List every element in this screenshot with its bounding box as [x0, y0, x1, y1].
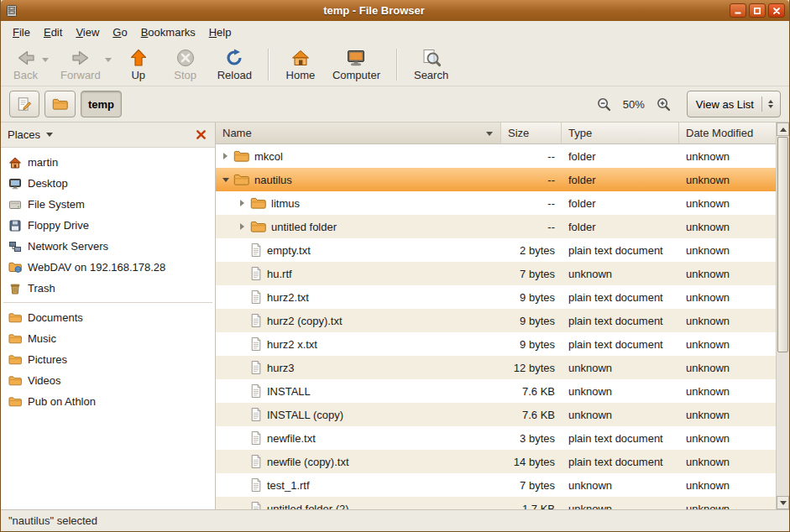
toolbar-button-label: Up	[131, 69, 145, 81]
root-path-button[interactable]	[44, 91, 76, 117]
place-item-martin[interactable]: martin	[1, 152, 215, 173]
scroll-up-button[interactable]	[777, 123, 789, 136]
file-row-mkcol[interactable]: mkcol--folderunknown	[216, 144, 776, 168]
toolbar-button-label: Stop	[174, 69, 196, 81]
place-item-videos[interactable]: Videos	[1, 370, 215, 391]
menu-item-go[interactable]: Go	[106, 23, 133, 42]
column-header-date-modified[interactable]: Date Modified	[679, 123, 776, 143]
menu-item-file[interactable]: File	[6, 23, 37, 42]
type-cell: unknown	[562, 356, 679, 379]
place-item-desktop[interactable]: Desktop	[1, 173, 215, 194]
size-cell: --	[501, 191, 562, 215]
file-row-hurz2-copy-txt[interactable]: hurz2 (copy).txt9 bytesplain text docume…	[216, 309, 776, 332]
file-row-empty-txt[interactable]: empty.txt2 bytesplain text documentunkno…	[216, 238, 776, 262]
path-button-temp[interactable]: temp	[81, 91, 122, 117]
menu-item-view[interactable]: View	[69, 23, 106, 42]
file-row-hurz2-x-txt[interactable]: hurz2 x.txt9 bytesplain text documentunk…	[216, 332, 776, 356]
folder-icon	[8, 395, 22, 409]
computer-button[interactable]: Computer	[325, 45, 388, 84]
file-row-untitled-folder-2[interactable]: untitled folder (2)1.7 KBunknownunknown	[216, 497, 776, 509]
place-item-file-system[interactable]: File System	[1, 194, 215, 215]
folder-icon	[52, 98, 68, 111]
expander-collapsed-icon[interactable]	[236, 223, 249, 230]
chevron-down-icon	[46, 133, 53, 137]
file-rows: mkcol--folderunknownnautilus--folderunkn…	[216, 144, 776, 509]
close-button[interactable]	[768, 3, 785, 18]
place-item-trash[interactable]: Trash	[1, 278, 215, 299]
place-item-label: Videos	[28, 374, 61, 387]
file-row-nautilus[interactable]: nautilus--folderunknown	[216, 168, 776, 191]
file-name: mkcol	[254, 150, 283, 163]
menu-item-edit[interactable]: Edit	[37, 23, 69, 42]
home-button[interactable]: Home	[278, 45, 323, 84]
scroll-down-button[interactable]	[777, 496, 789, 509]
chevron-down-icon[interactable]	[42, 58, 49, 62]
close-sidebar-button[interactable]	[194, 128, 208, 142]
place-item-label: Network Servers	[28, 240, 108, 253]
vertical-scrollbar[interactable]	[776, 123, 789, 509]
place-item-pictures[interactable]: Pictures	[1, 349, 215, 370]
chevron-down-icon[interactable]	[105, 58, 112, 62]
file-row-litmus[interactable]: litmus--folderunknown	[216, 191, 776, 215]
date-modified-cell: unknown	[679, 262, 776, 285]
place-item-label: Desktop	[28, 177, 68, 190]
zoom-in-button[interactable]	[654, 95, 673, 114]
place-item-documents[interactable]: Documents	[1, 307, 215, 328]
file-row-newfile-copy-txt[interactable]: newfile (copy).txt14 bytesplain text doc…	[216, 450, 776, 473]
file-row-test-1-rtf[interactable]: test_1.rtf7 bytesunknownunknown	[216, 473, 776, 497]
forward-arrow-icon	[71, 48, 91, 68]
zoom-out-button[interactable]	[594, 95, 614, 114]
titlebar[interactable]: temp - File Browser	[1, 0, 789, 21]
expander-expanded-icon[interactable]	[219, 178, 232, 182]
file-row-install[interactable]: INSTALL7.6 KBunknownunknown	[216, 379, 776, 403]
place-item-label: Music	[28, 332, 56, 345]
place-item-music[interactable]: Music	[1, 328, 215, 349]
search-button[interactable]: Search	[406, 45, 456, 84]
path-button-label: temp	[88, 98, 114, 111]
toolbar-button-label: Back	[13, 69, 38, 81]
column-header-type[interactable]: Type	[562, 123, 679, 143]
place-item-network-servers[interactable]: Network Servers	[1, 236, 215, 257]
place-item-pub-on-athlon[interactable]: Pub on Athlon	[1, 391, 215, 412]
date-modified-cell: unknown	[679, 309, 776, 332]
place-item-webdav-on-192-168-178-28[interactable]: WebDAV on 192.168.178.28	[1, 257, 215, 278]
scrollbar-thumb[interactable]	[777, 137, 788, 352]
edit-location-button[interactable]	[9, 91, 39, 117]
toolbar-separator	[396, 49, 398, 81]
file-name: untitled folder	[271, 221, 337, 233]
type-cell: plain text document	[562, 450, 679, 473]
file-name: INSTALL	[267, 385, 311, 398]
file-row-newfile-txt[interactable]: newfile.txt3 bytesplain text documentunk…	[216, 426, 776, 450]
size-cell: 9 bytes	[501, 332, 562, 356]
menu-item-help[interactable]: Help	[202, 23, 238, 42]
file-name: hurz2 x.txt	[267, 338, 317, 351]
places-header[interactable]: Places	[1, 123, 215, 148]
toolbar-separator	[268, 49, 269, 81]
floppy-icon	[8, 219, 22, 232]
file-row-hurz2-txt[interactable]: hurz2.txt9 bytesplain text documentunkno…	[216, 285, 776, 309]
view-mode-select[interactable]: View as List	[687, 91, 781, 117]
column-header-size[interactable]: Size	[501, 123, 562, 143]
expander-collapsed-icon[interactable]	[219, 153, 232, 159]
network-icon	[8, 240, 22, 253]
place-item-floppy-drive[interactable]: Floppy Drive	[1, 215, 215, 236]
file-row-untitled-folder[interactable]: untitled folder--folderunknown	[216, 215, 776, 238]
file-row-install-copy[interactable]: INSTALL (copy)7.6 KBunknownunknown	[216, 403, 776, 426]
file-name: test_1.rtf	[267, 479, 310, 492]
maximize-button[interactable]	[749, 3, 766, 18]
size-cell: 2 bytes	[501, 238, 562, 262]
scrollbar-trough[interactable]	[777, 136, 789, 496]
type-cell: unknown	[562, 497, 679, 509]
file-row-hurz3[interactable]: hurz312 bytesunknownunknown	[216, 356, 776, 379]
size-cell: --	[501, 168, 562, 191]
file-name: hurz2.txt	[267, 291, 309, 304]
menu-item-bookmarks[interactable]: Bookmarks	[134, 23, 202, 42]
expander-collapsed-icon[interactable]	[236, 200, 249, 206]
reload-button[interactable]: Reload	[210, 45, 259, 84]
file-row-hu-rtf[interactable]: hu.rtf7 bytesunknownunknown	[216, 262, 776, 285]
minimize-button[interactable]	[730, 3, 746, 18]
column-header-name[interactable]: Name	[216, 123, 501, 143]
up-button[interactable]: Up	[116, 45, 161, 84]
folder-icon	[250, 221, 266, 233]
file-browser-window: temp - File Browser FileEditViewGoBookma…	[0, 0, 790, 532]
